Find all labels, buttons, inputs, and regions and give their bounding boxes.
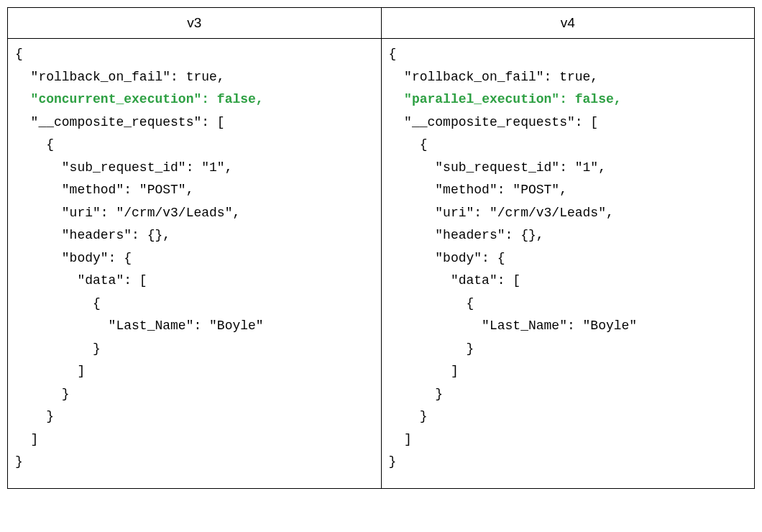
code-block-v3: { "rollback_on_fail": true, "concurrent_…: [8, 39, 381, 488]
column-header-v4: v4: [381, 8, 755, 39]
table-cell-v3: { "rollback_on_fail": true, "concurrent_…: [8, 39, 382, 489]
table-cell-v4: { "rollback_on_fail": true, "parallel_ex…: [381, 39, 755, 489]
comparison-table: v3 v4 { "rollback_on_fail": true, "concu…: [7, 7, 755, 489]
code-block-v4: { "rollback_on_fail": true, "parallel_ex…: [382, 39, 755, 488]
column-header-v3: v3: [8, 8, 382, 39]
